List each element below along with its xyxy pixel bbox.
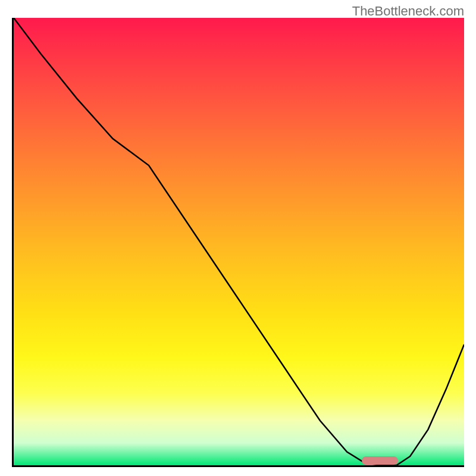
plot-area (12, 18, 464, 467)
optimal-marker (362, 456, 398, 465)
watermark: TheBottleneck.com (352, 4, 464, 19)
chart-container: TheBottleneck.com (0, 0, 476, 476)
bottleneck-curve (14, 18, 464, 465)
